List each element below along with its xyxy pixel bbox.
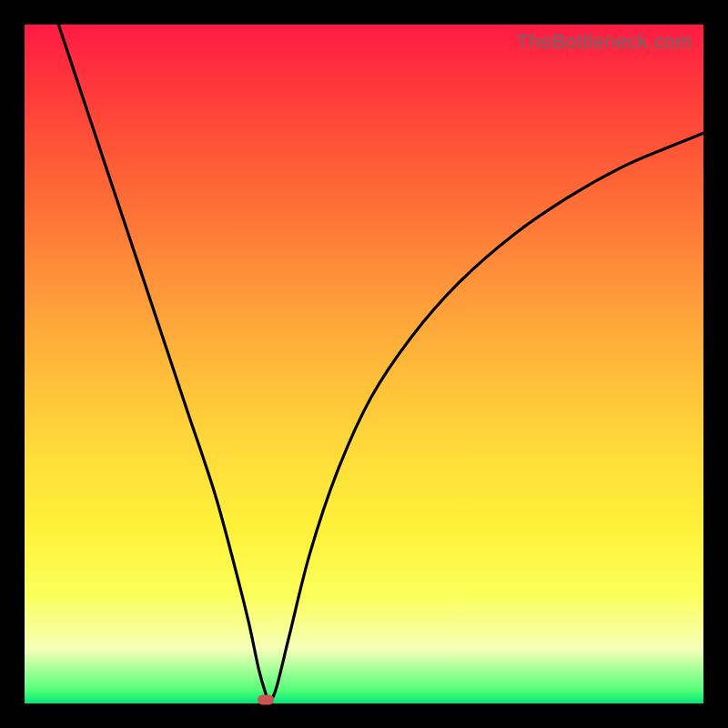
optimum-marker [258,694,274,704]
bottleneck-curve [25,25,703,703]
chart-frame: TheBottleneck.com [0,0,728,728]
watermark-label: TheBottleneck.com [517,30,693,54]
plot-area: TheBottleneck.com [25,25,703,703]
